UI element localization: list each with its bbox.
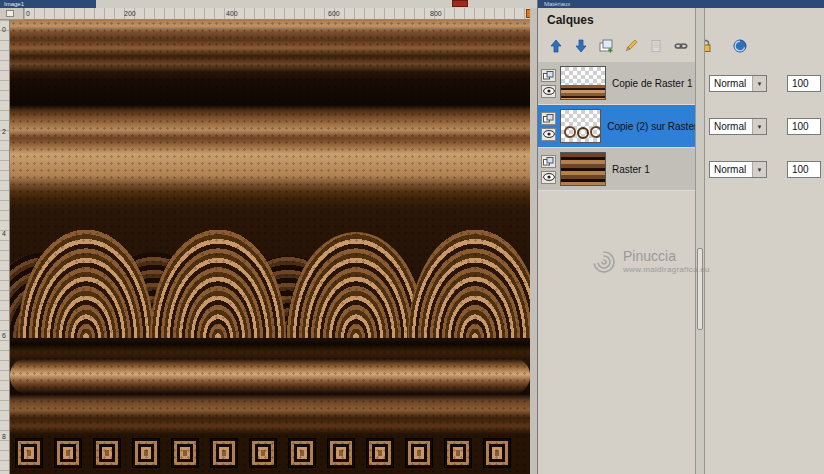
- new-layer-button[interactable]: [595, 35, 617, 57]
- layer-row-icons: [538, 112, 556, 141]
- canvas-panel-divider: [530, 8, 537, 474]
- docked-panel-titlebar[interactable]: Matériaux: [538, 0, 824, 8]
- layer-type-button[interactable]: [541, 112, 556, 125]
- layer-row-raster-1[interactable]: Raster 1: [538, 148, 695, 191]
- layer-row-copie-2-sur-raster-1[interactable]: Copie (2) sur Raster 1: [538, 105, 695, 148]
- image-window-title: Image1: [0, 0, 96, 8]
- page-icon: [648, 38, 664, 54]
- pattern-arch-front: [286, 232, 426, 338]
- edit-layer-button[interactable]: [620, 35, 642, 57]
- blend-mode-value: Normal: [710, 78, 752, 89]
- ornament-square: [15, 438, 43, 468]
- v-ruler-label: 4: [2, 230, 6, 237]
- visibility-toggle[interactable]: [541, 171, 556, 184]
- ornament-square: [54, 438, 82, 468]
- chevron-down-icon[interactable]: ▼: [752, 162, 766, 177]
- swirl-logo-icon: [590, 248, 618, 276]
- image-canvas[interactable]: [10, 20, 530, 474]
- chevron-down-icon[interactable]: ▼: [752, 76, 766, 91]
- ornament-square: [132, 438, 160, 468]
- layers-panel-title: Calques: [547, 13, 594, 27]
- blend-mode-select[interactable]: Normal ▼: [709, 161, 767, 178]
- link-layers-button[interactable]: [670, 35, 692, 57]
- panel-splitter[interactable]: [695, 8, 705, 474]
- layer-row-copie-de-raster-1[interactable]: Copie de Raster 1: [538, 62, 695, 105]
- layer-row-icons: [538, 69, 556, 98]
- opacity-input[interactable]: 100: [787, 161, 821, 178]
- delete-layer-button[interactable]: [645, 35, 667, 57]
- chevron-down-icon[interactable]: ▼: [752, 119, 766, 134]
- layer-effects-button[interactable]: [729, 35, 751, 57]
- toolbar-separator: [720, 35, 726, 57]
- ornament-square: [171, 438, 199, 468]
- layer-type-button[interactable]: [541, 155, 556, 168]
- watermark-url: www.maldiragrafica.eu: [623, 265, 710, 274]
- layer-badge-icon: [543, 114, 554, 123]
- layers-toolbar: [545, 34, 751, 58]
- ornament-square: [483, 438, 511, 468]
- pattern-arch-front: [18, 226, 154, 338]
- ornament-square: [444, 438, 472, 468]
- move-down-button[interactable]: [570, 35, 592, 57]
- visibility-toggle[interactable]: [541, 128, 556, 141]
- docked-panel-title-text: Matériaux: [544, 1, 570, 7]
- watermark-name: Pinuccia: [623, 248, 710, 264]
- new-layer-icon: [598, 38, 614, 54]
- ornament-square: [249, 438, 277, 468]
- layer-name: Raster 1: [612, 164, 650, 175]
- layer-badge-icon: [543, 157, 554, 166]
- opacity-input[interactable]: 100: [787, 118, 821, 135]
- blend-mode-select[interactable]: Normal ▼: [709, 75, 767, 92]
- pencil-icon: [623, 38, 639, 54]
- blend-mode-value: Normal: [710, 164, 752, 175]
- layer-type-button[interactable]: [541, 69, 556, 82]
- opacity-input[interactable]: 100: [787, 75, 821, 92]
- h-ruler-label: 200: [124, 10, 136, 17]
- ornament-square: [93, 438, 121, 468]
- ornament-square: [327, 438, 355, 468]
- pattern-ornament-row: [15, 438, 527, 468]
- layer-thumbnail: [560, 152, 606, 186]
- h-ruler-label: 800: [430, 10, 442, 17]
- v-ruler-label: 2: [2, 128, 6, 135]
- layer-name: Copie (2) sur Raster 1: [607, 121, 695, 132]
- app-window: Image1 0 200 400 600 800 0 2 4 6 8: [0, 0, 824, 474]
- window-close-button[interactable]: [452, 0, 468, 7]
- horizontal-ruler: 0 200 400 600 800: [24, 8, 537, 20]
- h-ruler-label: 400: [226, 10, 238, 17]
- ornament-square: [366, 438, 394, 468]
- image-window-titlebar: Image1: [0, 0, 537, 8]
- layer-row-icons: [538, 155, 556, 184]
- layers-palette: Matériaux Calques: [537, 0, 824, 474]
- ruler-origin-icon: [6, 10, 14, 17]
- move-up-button[interactable]: [545, 35, 567, 57]
- v-ruler-label: 8: [2, 433, 6, 440]
- visibility-toggle[interactable]: [541, 85, 556, 98]
- v-ruler-label: 0: [2, 26, 6, 33]
- ruler-origin-box: [0, 8, 24, 20]
- blend-mode-value: Normal: [710, 121, 752, 132]
- layer-thumbnail: [560, 109, 601, 143]
- pattern-arch-front: [150, 226, 286, 338]
- h-ruler-label: 600: [328, 10, 340, 17]
- eye-icon: [543, 173, 555, 181]
- layers-list: Copie de Raster 1: [538, 62, 695, 191]
- ornament-square: [210, 438, 238, 468]
- watermark-text: Pinuccia www.maldiragrafica.eu: [623, 248, 710, 276]
- layer-name: Copie de Raster 1: [612, 78, 693, 89]
- vertical-ruler: 0 2 4 6 8: [0, 20, 10, 474]
- image-window-title-text: Image1: [4, 1, 24, 7]
- arrow-up-icon: [548, 38, 564, 54]
- h-ruler-label: 0: [26, 10, 30, 17]
- eye-icon: [543, 130, 555, 138]
- layer-thumbnail: [560, 66, 606, 100]
- thumbnail-stripes: [561, 85, 605, 99]
- blue-swirl-icon: [732, 38, 748, 54]
- blend-mode-select[interactable]: Normal ▼: [709, 118, 767, 135]
- pattern-arch-front: [408, 228, 530, 338]
- thumbnail-squiggles: [561, 110, 601, 142]
- watermark: Pinuccia www.maldiragrafica.eu: [590, 248, 735, 276]
- ornament-square: [405, 438, 433, 468]
- layer-badge-icon: [543, 71, 554, 80]
- pattern-tube-band: [10, 358, 530, 394]
